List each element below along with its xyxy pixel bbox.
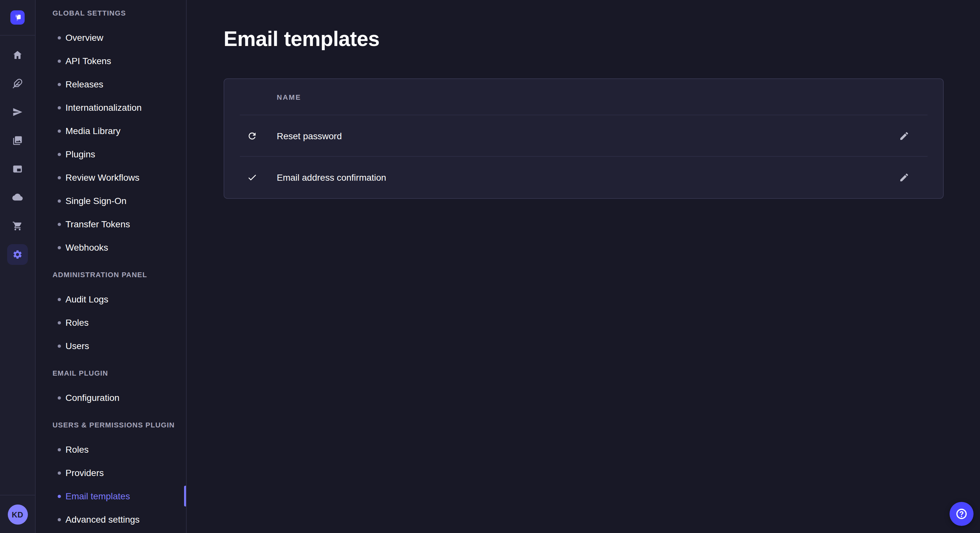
- bullet-icon: [58, 199, 61, 202]
- bullet-icon: [58, 222, 61, 226]
- subnav-item-label: Configuration: [65, 392, 119, 403]
- check-icon: [247, 172, 257, 182]
- bullet-icon: [58, 36, 61, 39]
- nav-cloud-button[interactable]: [7, 187, 28, 208]
- subnav-section-title: GLOBAL SETTINGS: [52, 6, 186, 19]
- subnav-item-label: Users: [65, 341, 89, 351]
- cloud-icon: [12, 192, 23, 203]
- template-name: Reset password: [277, 130, 896, 141]
- subnav-item-roles[interactable]: Roles: [36, 438, 186, 461]
- table-row: Email address confirmation: [224, 157, 943, 198]
- subnav-section: USERS & PERMISSIONS PLUGINRolesProviders…: [36, 418, 186, 531]
- subnav-item-label: API Tokens: [65, 56, 111, 66]
- pencil-icon: [899, 130, 909, 141]
- subnav-item-releases[interactable]: Releases: [36, 73, 186, 96]
- main-nav-rail: KD: [0, 0, 36, 533]
- question-circle-icon: [955, 507, 968, 521]
- settings-subnav: GLOBAL SETTINGSOverviewAPI TokensRelease…: [36, 0, 187, 533]
- bullet-icon: [58, 59, 61, 62]
- main-content: Email templates NAME Reset passwordEmail…: [187, 0, 980, 533]
- nav-feather-button[interactable]: [7, 73, 28, 94]
- subnav-item-audit-logs[interactable]: Audit Logs: [36, 287, 186, 311]
- nav-paper-plane-button[interactable]: [7, 102, 28, 122]
- subnav-item-label: Roles: [65, 317, 89, 328]
- subnav-item-label: Webhooks: [65, 242, 108, 252]
- subnav-item-advanced-settings[interactable]: Advanced settings: [36, 508, 186, 531]
- subnav-item-review-workflows[interactable]: Review Workflows: [36, 166, 186, 189]
- subnav-item-internationalization[interactable]: Internationalization: [36, 96, 186, 119]
- rail-divider-bottom: [0, 495, 35, 495]
- active-item-indicator: [184, 486, 186, 506]
- subnav-section: EMAIL PLUGINConfiguration: [36, 366, 186, 409]
- bullet-icon: [58, 82, 61, 86]
- nav-settings-gear-button[interactable]: [7, 244, 28, 265]
- edit-template-button[interactable]: [896, 169, 912, 185]
- subnav-item-configuration[interactable]: Configuration: [36, 386, 186, 409]
- strapi-logo[interactable]: [10, 10, 25, 25]
- subnav-item-single-sign-on[interactable]: Single Sign-On: [36, 189, 186, 213]
- subnav-item-label: Single Sign-On: [65, 195, 126, 206]
- paper-plane-icon: [12, 107, 23, 117]
- bullet-icon: [58, 471, 61, 474]
- subnav-item-media-library[interactable]: Media Library: [36, 119, 186, 143]
- user-avatar[interactable]: KD: [8, 504, 27, 525]
- nav-shopping-cart-button[interactable]: [7, 216, 28, 236]
- subnav-item-email-templates[interactable]: Email templates: [36, 484, 186, 508]
- bullet-icon: [58, 176, 61, 179]
- nav-layout-button[interactable]: [7, 159, 28, 179]
- bullet-icon: [58, 495, 61, 498]
- subnav-item-label: Internationalization: [65, 102, 142, 113]
- subnav-item-label: Transfer Tokens: [65, 219, 130, 229]
- help-button[interactable]: [950, 502, 974, 526]
- subnav-item-label: Media Library: [65, 125, 121, 136]
- refresh-icon: [247, 130, 257, 141]
- subnav-item-roles[interactable]: Roles: [36, 311, 186, 334]
- nav-media-library-button[interactable]: [7, 130, 28, 151]
- bullet-icon: [58, 298, 61, 301]
- subnav-item-webhooks[interactable]: Webhooks: [36, 236, 186, 259]
- bullet-icon: [58, 321, 61, 324]
- check-icon: [247, 172, 257, 182]
- subnav-item-label: Releases: [65, 79, 103, 89]
- home-icon: [12, 50, 23, 60]
- subnav-item-label: Email templates: [65, 491, 130, 501]
- subnav-item-plugins[interactable]: Plugins: [36, 143, 186, 166]
- nav-home-button[interactable]: [7, 45, 28, 65]
- bullet-icon: [58, 152, 61, 156]
- media-library-icon: [12, 135, 23, 146]
- bullet-icon: [58, 396, 61, 399]
- rail-nav: [7, 36, 28, 265]
- bullet-icon: [58, 448, 61, 451]
- refresh-icon: [247, 130, 257, 141]
- subnav-section: GLOBAL SETTINGSOverviewAPI TokensRelease…: [36, 6, 186, 259]
- table-header: NAME: [224, 79, 943, 115]
- column-header-name: NAME: [277, 93, 301, 101]
- subnav-item-label: Providers: [65, 468, 104, 478]
- subnav-item-api-tokens[interactable]: API Tokens: [36, 49, 186, 73]
- bullet-icon: [58, 518, 61, 521]
- subnav-item-label: Overview: [65, 32, 103, 43]
- bullet-icon: [58, 344, 61, 347]
- settings-gear-icon: [12, 249, 23, 260]
- shopping-cart-icon: [12, 221, 23, 231]
- subnav-item-providers[interactable]: Providers: [36, 461, 186, 484]
- pencil-icon: [899, 172, 909, 182]
- subnav-item-transfer-tokens[interactable]: Transfer Tokens: [36, 213, 186, 236]
- subnav-item-users[interactable]: Users: [36, 334, 186, 357]
- rail-footer: KD: [0, 495, 35, 533]
- subnav-item-label: Plugins: [65, 149, 95, 159]
- email-templates-table: NAME Reset passwordEmail address confirm…: [224, 78, 944, 199]
- subnav-item-label: Roles: [65, 444, 89, 455]
- bullet-icon: [58, 129, 61, 132]
- feather-icon: [12, 78, 23, 89]
- strapi-logo-icon: [10, 10, 25, 25]
- subnav-section-title: USERS & PERMISSIONS PLUGIN: [52, 418, 186, 431]
- bullet-icon: [58, 246, 61, 249]
- subnav-item-label: Audit Logs: [65, 294, 108, 305]
- edit-template-button[interactable]: [896, 128, 912, 143]
- bullet-icon: [58, 106, 61, 109]
- subnav-item-overview[interactable]: Overview: [36, 26, 186, 49]
- layout-icon: [12, 164, 23, 174]
- subnav-item-label: Advanced settings: [65, 514, 140, 525]
- app-root: KD GLOBAL SETTINGSOverviewAPI TokensRele…: [0, 0, 980, 533]
